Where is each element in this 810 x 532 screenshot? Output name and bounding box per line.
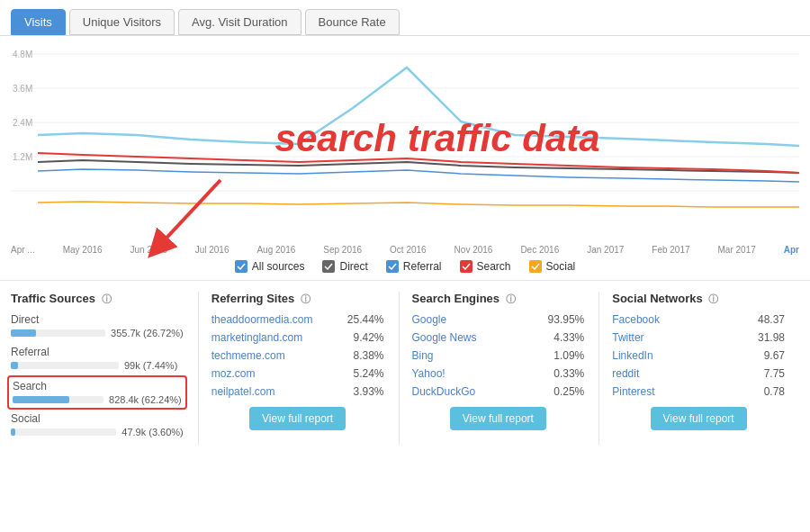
legend-all-sources-label: All sources — [252, 260, 305, 273]
sn-name-3[interactable]: LinkedIn — [612, 349, 652, 362]
traffic-direct: Direct 355.7k (26.72%) — [11, 313, 184, 338]
x-label: Jun 2016 — [130, 245, 167, 255]
traffic-referral: Referral 99k (7.44%) — [11, 346, 184, 371]
se-item-2: Google News 4.33% — [412, 331, 585, 344]
legend-social-label: Social — [546, 260, 576, 273]
search-engines-info-icon[interactable]: ⓘ — [506, 293, 516, 304]
sn-name-1[interactable]: Facebook — [612, 313, 660, 326]
se-name-1[interactable]: Google — [412, 313, 447, 326]
ref-item-1: theaddoormedia.com 25.44% — [212, 313, 384, 326]
traffic-social-label: Social — [11, 412, 184, 425]
traffic-search-label: Search — [13, 380, 182, 392]
legend-social[interactable]: Social — [529, 260, 576, 273]
svg-text:1.2M: 1.2M — [13, 152, 32, 162]
se-val-4: 0.33% — [554, 367, 584, 380]
ref-name-3[interactable]: techmeme.com — [212, 349, 285, 362]
ref-val-4: 5.24% — [353, 367, 383, 380]
x-label: Nov 2016 — [454, 245, 493, 255]
bottom-section: Traffic Sources ⓘ Direct 355.7k (26.72%)… — [0, 280, 810, 445]
traffic-direct-value: 355.7k (26.72%) — [111, 328, 184, 338]
x-label: Mar 2017 — [718, 245, 756, 255]
tab-unique-visitors[interactable]: Unique Visitors — [69, 9, 175, 35]
traffic-referral-value: 99k (7.44%) — [124, 360, 177, 371]
chart-legend: All sources Direct Referral Search Socia… — [0, 255, 810, 280]
se-val-5: 0.25% — [554, 385, 584, 398]
se-name-5[interactable]: DuckDuckGo — [412, 385, 476, 398]
search-engines-title: Search Engines ⓘ — [412, 292, 585, 306]
svg-text:4.8M: 4.8M — [13, 50, 32, 59]
x-label: Oct 2016 — [390, 245, 427, 255]
tab-avg-visit-duration[interactable]: Avg. Visit Duration — [178, 9, 301, 35]
sn-name-4[interactable]: reddit — [612, 367, 639, 380]
x-label: Apr — [784, 245, 799, 255]
ref-name-5[interactable]: neilpatel.com — [212, 385, 275, 398]
x-label: May 2016 — [63, 245, 103, 255]
legend-direct[interactable]: Direct — [322, 260, 367, 273]
x-axis-labels: Apr ... May 2016 Jun 2016 Jul 2016 Aug 2… — [0, 243, 810, 255]
social-networks-view-btn[interactable]: View full report — [651, 407, 747, 430]
se-val-3: 1.09% — [554, 349, 584, 362]
ref-name-4[interactable]: moz.com — [212, 367, 256, 380]
legend-referral[interactable]: Referral — [386, 260, 442, 273]
tab-bounce-rate[interactable]: Bounce Rate — [305, 9, 400, 35]
legend-referral-label: Referral — [403, 260, 442, 273]
svg-text:3.6M: 3.6M — [13, 84, 32, 94]
traffic-referral-bar-row: 99k (7.44%) — [11, 360, 184, 371]
x-label: Apr ... — [11, 245, 35, 255]
x-label: Dec 2016 — [520, 245, 559, 255]
search-engines-section: Search Engines ⓘ Google 93.95% Google Ne… — [400, 292, 600, 445]
legend-search-label: Search — [477, 260, 511, 273]
se-item-5: DuckDuckGo 0.25% — [412, 385, 585, 398]
ref-val-2: 9.42% — [353, 331, 383, 344]
traffic-sources-info-icon[interactable]: ⓘ — [102, 293, 112, 304]
traffic-social-bar-row: 47.9k (3.60%) — [11, 427, 184, 437]
sn-name-2[interactable]: Twitter — [612, 331, 644, 344]
ref-name-1[interactable]: theaddoormedia.com — [212, 313, 313, 326]
sn-item-4: reddit 7.75 — [612, 367, 785, 380]
x-label: Sep 2016 — [323, 245, 362, 255]
sn-val-3: 9.67 — [764, 349, 785, 362]
social-networks-title: Social Networks ⓘ — [612, 292, 785, 306]
traffic-direct-bar-row: 355.7k (26.72%) — [11, 328, 184, 338]
sn-val-4: 7.75 — [764, 367, 785, 380]
svg-text:2.4M: 2.4M — [13, 118, 32, 128]
tab-visits[interactable]: Visits — [11, 9, 66, 35]
x-label: Jan 2017 — [587, 245, 624, 255]
sn-item-1: Facebook 48.37 — [612, 313, 785, 326]
legend-search[interactable]: Search — [460, 260, 511, 273]
traffic-sources-section: Traffic Sources ⓘ Direct 355.7k (26.72%)… — [11, 292, 199, 445]
ref-item-3: techmeme.com 8.38% — [212, 349, 384, 362]
ref-val-1: 25.44% — [347, 313, 384, 326]
se-name-3[interactable]: Bing — [412, 349, 434, 362]
sn-item-3: LinkedIn 9.67 — [612, 349, 785, 362]
x-label: Aug 2016 — [256, 245, 295, 255]
traffic-social: Social 47.9k (3.60%) — [11, 412, 184, 437]
line-chart: 4.8M 3.6M 2.4M 1.2M — [11, 45, 799, 221]
ref-item-5: neilpatel.com 3.93% — [212, 385, 384, 398]
sn-item-2: Twitter 31.98 — [612, 331, 785, 344]
referring-sites-info-icon[interactable]: ⓘ — [301, 293, 310, 304]
chart-area: 4.8M 3.6M 2.4M 1.2M search traffic data — [0, 36, 810, 243]
traffic-social-value: 47.9k (3.60%) — [122, 427, 183, 437]
referring-sites-title: Referring Sites ⓘ — [212, 292, 384, 306]
search-engines-view-btn[interactable]: View full report — [450, 407, 546, 430]
se-name-4[interactable]: Yahoo! — [412, 367, 446, 380]
se-name-2[interactable]: Google News — [412, 331, 477, 344]
sn-name-5[interactable]: Pinterest — [612, 385, 654, 398]
social-networks-info-icon[interactable]: ⓘ — [708, 293, 718, 304]
referring-sites-view-btn[interactable]: View full report — [249, 407, 346, 430]
se-item-3: Bing 1.09% — [412, 349, 585, 362]
traffic-search-value: 828.4k (62.24%) — [109, 394, 182, 405]
ref-name-2[interactable]: marketingland.com — [212, 331, 302, 344]
legend-all-sources[interactable]: All sources — [235, 260, 305, 273]
ref-item-4: moz.com 5.24% — [212, 367, 384, 380]
traffic-direct-label: Direct — [11, 313, 184, 326]
traffic-referral-label: Referral — [11, 346, 184, 358]
sn-val-2: 31.98 — [758, 331, 785, 344]
sn-val-5: 0.78 — [764, 385, 785, 398]
sn-item-5: Pinterest 0.78 — [612, 385, 785, 398]
ref-val-5: 3.93% — [353, 385, 383, 398]
ref-val-3: 8.38% — [353, 349, 383, 362]
traffic-sources-title: Traffic Sources ⓘ — [11, 292, 184, 306]
tab-bar: Visits Unique Visitors Avg. Visit Durati… — [0, 0, 810, 36]
